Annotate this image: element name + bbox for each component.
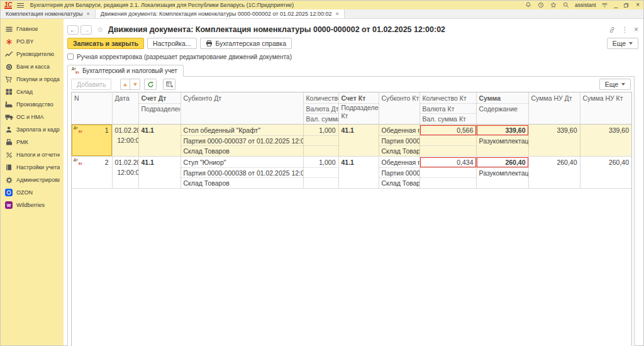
col-sum[interactable]: СуммаСодержание <box>476 92 528 125</box>
cell-row-number[interactable]: ДтКт 1 <box>72 125 112 157</box>
sidebar-item-nalogi-otchetnost[interactable]: Налоги и отчетность <box>1 148 64 161</box>
cell-credit-subconto[interactable]: Обеденная гру...Партия 0000-00...Склад Т… <box>379 125 419 157</box>
main-menu-icon[interactable] <box>17 3 24 8</box>
sidebar-item-main[interactable]: Главное <box>1 23 64 35</box>
minimize-icon[interactable]: _ <box>614 2 618 8</box>
sidebar-item-proizvodstvo[interactable]: Производство <box>1 98 64 111</box>
postings-grid: N Дата Счет ДтПодразделение Дт Субконто … <box>71 92 632 346</box>
open-windows-tabbar: Комплектация номенклатуры × Движения док… <box>1 9 643 19</box>
history-icon[interactable] <box>536 2 545 9</box>
add-button[interactable]: Добавить <box>71 79 111 90</box>
col-date[interactable]: Дата <box>112 92 138 125</box>
search-icon[interactable] <box>562 2 570 9</box>
cell-sum[interactable]: 339,60Разукомплектация <box>476 125 528 157</box>
cell-credit-account[interactable]: 41.1 <box>338 157 379 189</box>
notifications-bell-icon[interactable] <box>524 2 532 9</box>
chevron-down-icon <box>621 83 625 86</box>
form-more-button[interactable]: Еще <box>607 38 638 49</box>
forward-button[interactable]: → <box>80 25 92 35</box>
col-n[interactable]: N <box>72 92 112 125</box>
cell-debit-subconto[interactable]: Стол обеденный "Крафт"Партия 0000-000037… <box>180 125 303 157</box>
cell-sum-nu-kt[interactable]: 339,60 <box>580 125 631 157</box>
1c-logo: 1С <box>4 2 12 9</box>
cell-date[interactable]: 01.02.20212:00:02 <box>112 125 138 157</box>
col-debit-subconto[interactable]: Субконто Дт <box>180 92 303 125</box>
more-actions-icon[interactable]: ⋮ <box>621 26 628 34</box>
save-close-button[interactable]: Записать и закрыть <box>67 38 144 49</box>
tab-komplektaciya[interactable]: Комплектация номенклатуры × <box>1 9 96 18</box>
table-more-button[interactable]: Еще <box>599 79 631 90</box>
col-credit-account[interactable]: Счет КтПодразделение Кт <box>338 92 379 125</box>
sidebar-item-pokupki-prodazhi[interactable]: Покупки и продажи <box>1 73 64 86</box>
application-window: 1С Бухгалтерия для Беларуси, редакция 2.… <box>0 0 644 346</box>
close-tab-icon[interactable]: × <box>87 11 90 17</box>
col-debit-qty[interactable]: Количество ДтВалюта ДтВал. сумма Дт <box>303 92 338 125</box>
ozon-logo <box>4 189 13 196</box>
tab-dvizheniya-dokumenta[interactable]: Движения документа: Комплектация номенкл… <box>96 9 345 18</box>
cell-row-number[interactable]: ДтКт 2 <box>72 157 112 189</box>
cell-credit-qty[interactable]: 0,566 <box>419 125 476 157</box>
favorite-star-icon[interactable]: ☆ <box>97 25 104 34</box>
sidebar-item-os-nma[interactable]: ОС и НМА <box>1 111 64 123</box>
cell-sum-nu-dt[interactable]: 260,40 <box>528 157 580 189</box>
sidebar-item-sklad[interactable]: Склад <box>1 86 64 98</box>
posting-row-2[interactable]: ДтКт 2 01.02.20212:00:02 41.1 Стул "Юнио… <box>72 157 631 189</box>
accounting-reference-button[interactable]: Бухгалтерская справка <box>200 38 292 49</box>
sidebar-item-wildberries[interactable]: W Wildberries <box>1 199 64 211</box>
person-icon <box>4 126 13 133</box>
move-down-button[interactable] <box>130 79 140 90</box>
col-sum-nu-kt[interactable]: Сумма НУ Кт <box>580 92 631 125</box>
settings-button[interactable]: Настройка... <box>147 38 196 49</box>
close-window-icon[interactable]: × <box>636 2 640 8</box>
favorites-star-icon[interactable] <box>549 2 557 9</box>
menu-icon <box>4 25 13 33</box>
cell-debit-account[interactable]: 41.1 <box>138 157 180 189</box>
close-form-icon[interactable]: × <box>634 25 638 34</box>
dtkt-icon: ДтКт <box>74 126 82 134</box>
cell-sum-nu-kt[interactable]: 260,40 <box>580 157 631 189</box>
service-menu-icon[interactable] <box>601 2 609 9</box>
posting-row-1[interactable]: ДтКт 1 01.02.20212:00:02 41.1 Стол обеде… <box>72 125 631 157</box>
cart-icon <box>4 75 13 83</box>
sidebar-item-ozon[interactable]: OZON <box>1 186 64 199</box>
cell-debit-qty[interactable]: 1,000 <box>303 125 338 157</box>
cell-date[interactable]: 01.02.20212:00:02 <box>112 157 138 189</box>
cell-credit-account[interactable]: 41.1 <box>338 125 379 157</box>
link-icon[interactable] <box>609 26 616 33</box>
back-button[interactable]: ← <box>67 25 79 35</box>
sidebar-item-bank-kassa[interactable]: Банк и касса <box>1 60 64 73</box>
move-up-button[interactable] <box>120 79 130 90</box>
sidebar-item-nastroyki-ucheta[interactable]: Настройки учета <box>1 161 64 174</box>
arrow-up-icon <box>123 83 127 86</box>
cell-credit-subconto[interactable]: Обеденная гру...Партия 0000-00...Склад Т… <box>379 157 419 189</box>
close-tab-icon[interactable]: × <box>336 11 339 17</box>
output-list-icon <box>166 81 173 88</box>
cell-credit-qty[interactable]: 0,434 <box>419 157 476 189</box>
col-debit-account[interactable]: Счет ДтПодразделение Дт <box>138 92 180 125</box>
user-name[interactable]: assistant <box>575 2 596 8</box>
window-titlebar: 1С Бухгалтерия для Беларуси, редакция 2.… <box>1 1 643 9</box>
sidebar-item-zarplata-kadry[interactable]: Зарплата и кадры <box>1 123 64 136</box>
refresh-icon <box>147 81 154 88</box>
sidebar-item-po-by[interactable]: PO.BY <box>1 35 64 48</box>
cell-sum[interactable]: 260,40Разукомплектация <box>476 157 528 189</box>
col-credit-qty[interactable]: Количество КтВалюта КтВал. сумма Кт <box>419 92 476 125</box>
sidebar-item-rmk[interactable]: РМК <box>1 136 64 148</box>
manual-adjustment-checkbox[interactable] <box>67 53 74 60</box>
printer-icon <box>206 40 213 47</box>
tab-accounting-tax[interactable]: ДтКт Бухгалтерский и налоговый учет <box>67 65 184 77</box>
asterisk-icon <box>4 38 13 45</box>
col-sum-nu-dt[interactable]: Сумма НУ Дт <box>528 92 580 125</box>
cell-debit-qty[interactable]: 1,000 <box>303 157 338 189</box>
cell-debit-account[interactable]: 41.1 <box>138 125 180 157</box>
cell-debit-subconto[interactable]: Стул "Юниор"Партия 0000-000038 от 01.02.… <box>180 157 303 189</box>
output-list-button[interactable] <box>163 79 175 90</box>
cell-sum-nu-dt[interactable]: 339,60 <box>528 125 580 157</box>
restore-icon[interactable] <box>622 2 630 9</box>
sidebar-item-administrirovanie[interactable]: Администрирование <box>1 174 64 186</box>
window-title: Бухгалтерия для Беларуси, редакция 2.1. … <box>30 2 294 8</box>
book-icon <box>4 164 13 171</box>
col-credit-subconto[interactable]: Субконто Кт <box>379 92 419 125</box>
refresh-button[interactable] <box>144 79 157 90</box>
sidebar-item-rukovoditelyu[interactable]: Руководителю <box>1 48 64 60</box>
